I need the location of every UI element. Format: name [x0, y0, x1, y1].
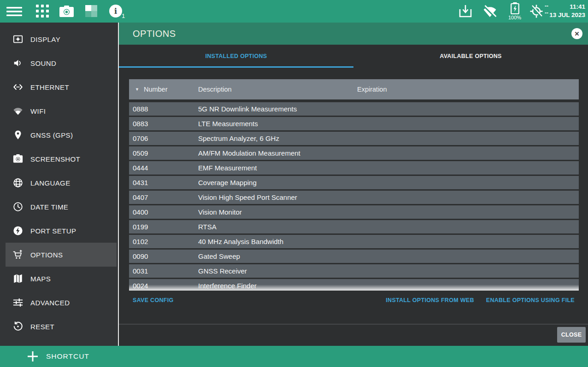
sidebar-item-label: WIFI	[30, 107, 46, 115]
sidebar-item-ethernet[interactable]: ETHERNET	[6, 75, 117, 99]
sidebar-item-label: DISPLAY	[30, 35, 60, 43]
page-title: OPTIONS	[133, 23, 176, 45]
screenshot-icon	[13, 154, 23, 164]
settings-sidebar: DISPLAY SOUND ETHERNET WIFI GNSS (GPS) S…	[0, 23, 118, 346]
sidebar-item-label: SOUND	[30, 59, 56, 67]
option-number: 0090	[129, 252, 198, 260]
table-row[interactable]: 0431Coverage Mapping	[129, 176, 579, 189]
sidebar-item-label: LANGUAGE	[30, 179, 71, 187]
table-row[interactable]: 08885G NR Downlink Measurements	[129, 102, 579, 116]
menu-icon[interactable]	[6, 7, 22, 16]
sidebar-item-datetime[interactable]: DATE TIME	[6, 195, 117, 219]
table-row[interactable]: 0407Vision High Speed Port Scanner	[129, 191, 579, 204]
gnss-longitude: --	[545, 10, 548, 17]
option-number: 0509	[129, 149, 198, 157]
table-row[interactable]: 0883LTE Measurements	[129, 117, 579, 130]
cart-plus-icon	[13, 250, 23, 260]
sidebar-item-wifi[interactable]: WIFI	[6, 99, 117, 123]
column-header-expiration[interactable]: Expiration	[357, 86, 579, 93]
column-label: Number	[144, 86, 168, 93]
battery-percent-label: 100%	[507, 15, 523, 20]
sound-icon	[13, 58, 23, 68]
option-description: RTSA	[198, 223, 357, 231]
sidebar-item-advanced[interactable]: ADVANCED	[6, 291, 117, 315]
option-description: Vision Monitor	[198, 208, 357, 216]
shortcut-label: SHORTCUT	[46, 352, 89, 361]
bolt-icon	[13, 226, 23, 236]
gnss-coordinates: -- --	[545, 3, 548, 17]
tab-available-options[interactable]: AVAILABLE OPTIONS	[353, 45, 588, 68]
tab-installed-options[interactable]: INSTALLED OPTIONS	[119, 45, 353, 68]
sidebar-item-reset[interactable]: RESET	[6, 315, 117, 338]
sliders-icon	[13, 297, 23, 308]
map-icon	[13, 274, 23, 284]
file-transfer-icon	[459, 5, 472, 17]
table-row[interactable]: 0706Spectrum Analyzer, 6 GHz	[129, 132, 579, 145]
info-badge-count: 1	[122, 12, 125, 19]
sidebar-item-display[interactable]: DISPLAY	[6, 27, 117, 51]
option-description: Spectrum Analyzer, 6 GHz	[198, 134, 357, 142]
option-description: Coverage Mapping	[198, 179, 357, 186]
sidebar-item-label: DATE TIME	[30, 203, 68, 211]
table-row[interactable]: 0509AM/FM Modulation Measurement	[129, 146, 579, 160]
status-bar: i 1 100% -- -- 11:41 13 JUL 2023	[0, 0, 588, 23]
option-description: 5G NR Downlink Measurements	[198, 105, 357, 113]
sidebar-item-label: GNSS (GPS)	[30, 131, 73, 139]
ethernet-icon	[13, 82, 23, 92]
date-label: 13 JUL 2023	[549, 11, 585, 19]
table-row[interactable]: 0090Gated Sweep	[129, 250, 579, 263]
sidebar-item-maps[interactable]: MAPS	[6, 267, 117, 291]
apps-grid-icon[interactable]	[36, 5, 49, 17]
gnss-latitude: --	[545, 3, 548, 10]
tab-bar: INSTALLED OPTIONS AVAILABLE OPTIONS	[119, 45, 588, 68]
column-header-description[interactable]: Description	[198, 86, 357, 93]
display-icon	[13, 34, 23, 44]
column-header-number[interactable]: ▼ Number	[129, 86, 198, 93]
time-label: 11:41	[549, 3, 585, 11]
table-row[interactable]: 0024Interference Finder	[129, 279, 579, 291]
battery-icon	[511, 2, 519, 14]
info-icon[interactable]: i	[109, 5, 122, 17]
table-row[interactable]: 0444EMF Measurement	[129, 161, 579, 175]
close-button[interactable]: CLOSE	[557, 327, 586, 343]
table-body: 08885G NR Downlink Measurements 0883LTE …	[129, 102, 579, 291]
table-row[interactable]: 010240 MHz Analysis Bandwidth	[129, 235, 579, 248]
table-row[interactable]: 0031GNSS Receiver	[129, 264, 579, 278]
option-number: 0883	[129, 120, 198, 128]
option-number: 0407	[129, 193, 198, 201]
table-row[interactable]: 0400Vision Monitor	[129, 205, 579, 219]
display-squares-icon[interactable]	[85, 5, 97, 17]
sidebar-item-screenshot[interactable]: SCREENSHOT	[6, 147, 117, 171]
save-config-button[interactable]: SAVE CONFIG	[133, 297, 174, 303]
wifi-icon	[13, 106, 23, 116]
enable-options-using-file-button[interactable]: ENABLE OPTIONS USING FILE	[486, 297, 575, 303]
panel-header: OPTIONS ✕	[119, 23, 588, 45]
option-number: 0888	[129, 105, 198, 113]
wifi-off-icon	[482, 5, 497, 18]
camera-icon[interactable]	[59, 6, 74, 17]
option-description: EMF Measurement	[198, 164, 357, 172]
table-row[interactable]: 0199RTSA	[129, 220, 579, 233]
sidebar-item-portsetup[interactable]: PORT SETUP	[6, 219, 117, 243]
clock-icon	[13, 202, 23, 212]
sidebar-item-language[interactable]: LANGUAGE	[6, 171, 117, 195]
sidebar-item-options[interactable]: OPTIONS	[6, 243, 117, 267]
sidebar-item-sound[interactable]: SOUND	[6, 51, 117, 75]
clock-display: 11:41 13 JUL 2023	[549, 3, 585, 19]
table-header: ▼ Number Description Expiration	[129, 79, 579, 99]
gnss-off-icon	[529, 4, 544, 18]
option-number: 0706	[129, 134, 198, 142]
install-options-from-web-button[interactable]: INSTALL OPTIONS FROM WEB	[386, 297, 474, 303]
option-number: 0031	[129, 267, 198, 275]
option-number: 0102	[129, 238, 198, 245]
close-icon[interactable]: ✕	[571, 28, 582, 39]
option-number: 0444	[129, 164, 198, 172]
option-description: Interference Finder	[198, 282, 357, 290]
option-description: Vision High Speed Port Scanner	[198, 193, 357, 201]
option-description: LTE Measurements	[198, 120, 357, 128]
shortcut-bar[interactable]: SHORTCUT	[0, 346, 588, 367]
battery-status: 100%	[507, 2, 523, 20]
sidebar-item-gnss[interactable]: GNSS (GPS)	[6, 123, 117, 147]
options-panel: OPTIONS ✕ INSTALLED OPTIONS AVAILABLE OP…	[119, 23, 588, 346]
gnss-pin-icon	[13, 130, 23, 140]
